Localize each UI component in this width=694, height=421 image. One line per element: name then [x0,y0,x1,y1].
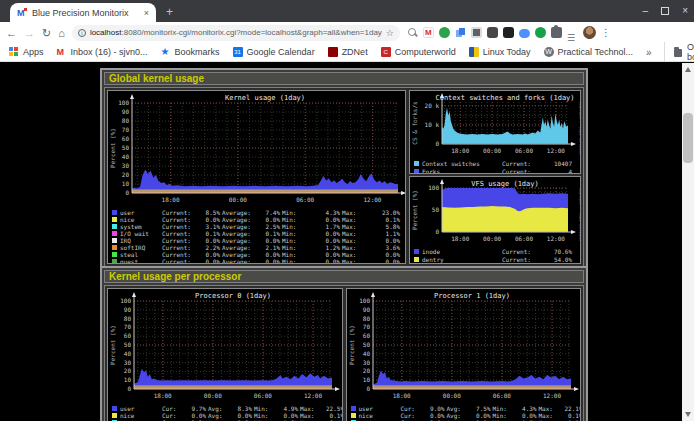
dark-square-extension-icon[interactable] [503,27,514,38]
bookmark-practical-technology[interactable]: WPractical Technol... [544,47,633,57]
legend-row: dentryCurrent:54.0% [414,255,576,263]
svg-text:Percent (%): Percent (%) [109,128,116,168]
window-maximize-button[interactable] [661,7,669,15]
svg-text:90: 90 [362,306,370,313]
svg-text:10: 10 [122,180,130,187]
bookmarks-overflow-chevron[interactable]: » [646,47,652,58]
browser-tab[interactable]: M Blue Precision Monitorix × [10,3,156,22]
page-scrollbar[interactable] [682,63,694,421]
svg-text:00:00: 00:00 [483,235,501,242]
vfs-usage-chart[interactable]: VFS usage (1day)05010018:0000:0006:0012:… [409,176,581,264]
processor-0-chart[interactable]: Processor 0 (1day)0102030405060708090100… [107,288,343,421]
tab-title: Blue Precision Monitorix [32,8,139,18]
url-host: localhost [90,28,122,37]
other-bookmarks-button[interactable]: Other bookmarks [664,42,694,62]
svg-text:70: 70 [362,323,370,330]
kebab-menu-icon[interactable]: ⋮ [601,27,611,38]
bookmark-bookmarks[interactable]: ★Bookmarks [161,47,220,57]
extensions-row: M ⋮ [407,26,611,39]
gmail-icon: M [57,47,67,57]
reload-icon[interactable]: ↻ [42,23,51,43]
wordpress-icon: W [544,47,554,57]
green-round-extension-icon[interactable] [535,27,546,38]
copy-pages-extension-icon[interactable] [455,27,466,38]
bookmark-zdnet[interactable]: ZDNet [328,47,368,57]
context-switches-forks-chart[interactable]: Context switches and forks (1day)010 k20… [409,90,581,174]
tab-close-icon[interactable]: × [144,8,149,18]
green-circle-extension-icon[interactable] [439,27,450,38]
svg-text:Percent (%): Percent (%) [411,190,418,230]
svg-text:Kernel usage (1day): Kernel usage (1day) [225,94,305,102]
legend-row: niceCurrent:0.0%Average:0.0%Min:0.0%Max:… [112,216,401,223]
svg-text:12:00: 12:00 [547,235,565,242]
url-text[interactable]: localhost:8080/monitorix-cgi/monitorix.c… [90,28,382,37]
svg-text:40: 40 [122,153,130,160]
chart-plot: Context switches and forks (1day)010 k20… [410,91,581,155]
svg-text:80: 80 [122,117,130,124]
svg-text:0: 0 [366,385,370,392]
forward-icon[interactable]: → [24,23,35,43]
chart-plot: VFS usage (1day)05010018:0000:0006:0012:… [410,177,581,243]
window-minimize-button[interactable]: – [643,6,649,16]
svg-text:20: 20 [124,367,132,374]
back-icon[interactable]: ← [6,23,17,43]
url-path: :8080/monitorix-cgi/monitorix.cgi?mode=l… [121,28,381,37]
kernel-usage-per-processor-body: Processor 0 (1day)0102030405060708090100… [104,285,584,421]
bookmark-star-icon[interactable]: ☆ [386,28,394,38]
svg-text:90: 90 [124,306,132,313]
bookmark-linux-today[interactable]: Linux Today [469,47,531,57]
bookmark-inbox[interactable]: MInbox (16) - sjvn0... [57,47,148,57]
title-bar: M Blue Precision Monitorix × + – × [0,0,694,22]
browser-toolbar: ← → ↻ ⌂ i localhost:8080/monitorix-cgi/m… [0,22,694,43]
global-kernel-usage-section: Global kernel usage Kernel usage (1day)0… [100,68,588,271]
address-bar[interactable]: i localhost:8080/monitorix-cgi/monitorix… [72,25,400,41]
dark-extension-icon[interactable] [487,27,498,38]
svg-text:0: 0 [125,189,129,196]
gray-square-extension-icon[interactable] [471,27,482,38]
search-icon[interactable] [407,27,418,38]
new-tab-button[interactable]: + [166,4,173,20]
calendar-icon: 31 [233,47,243,57]
bookmark-google-calendar[interactable]: 31Google Calendar [233,47,315,57]
svg-text:60: 60 [362,332,370,339]
svg-text:50: 50 [124,341,132,348]
svg-text:70: 70 [124,323,132,330]
tune-list-icon[interactable] [567,27,578,38]
svg-text:80: 80 [362,315,370,322]
svg-text:00:00: 00:00 [229,196,247,203]
home-icon[interactable]: ⌂ [58,23,65,43]
processor-1-chart[interactable]: Processor 1 (1day)0102030405060708090100… [346,288,582,421]
svg-text:100: 100 [428,184,439,191]
scrollbar-thumb[interactable] [683,113,693,163]
svg-text:50: 50 [362,341,370,348]
svg-text:RRDTOOL / TOBI OETIKER: RRDTOOL / TOBI OETIKER [342,301,343,355]
page-info-icon[interactable]: i [78,29,86,37]
svg-text:100: 100 [120,297,131,304]
window-close-button[interactable]: × [682,6,688,16]
bookmark-apps[interactable]: Apps [9,47,44,57]
svg-text:0: 0 [127,385,131,392]
blue-oval-extension-icon[interactable] [519,29,530,38]
kernel-usage-chart[interactable]: Kernel usage (1day)010203040506070809010… [107,90,406,264]
linux-today-icon [469,47,479,57]
scrollbar-up-icon[interactable] [685,67,691,72]
svg-text:06:00: 06:00 [254,392,272,399]
scrollbar-down-icon[interactable] [685,412,691,417]
chart-legend: inodeCurrent:70.6%dentryCurrent:54.0%fil… [410,247,580,264]
svg-text:30: 30 [362,359,370,366]
chart-plot: Processor 0 (1day)0102030405060708090100… [108,289,343,401]
computerworld-icon: C [381,47,391,57]
svg-text:06:00: 06:00 [515,147,533,154]
bookmark-computerworld[interactable]: CComputerworld [381,47,456,57]
extensions-puzzle-icon[interactable] [551,27,562,38]
svg-text:60: 60 [122,135,130,142]
svg-text:60: 60 [124,332,132,339]
svg-text:10: 10 [362,376,370,383]
profile-avatar[interactable] [583,26,596,39]
zdnet-icon [328,47,338,57]
svg-text:RRDTOOL / TOBI OETIKER: RRDTOOL / TOBI OETIKER [578,102,581,155]
gmail-extension-icon[interactable]: M [423,27,434,38]
svg-text:10: 10 [124,376,132,383]
browser-window: M Blue Precision Monitorix × + – × ← → ↻… [0,0,694,421]
legend-row: softIRQCurrent:2.2%Average:2.1%Min:1.2%M… [112,244,401,251]
